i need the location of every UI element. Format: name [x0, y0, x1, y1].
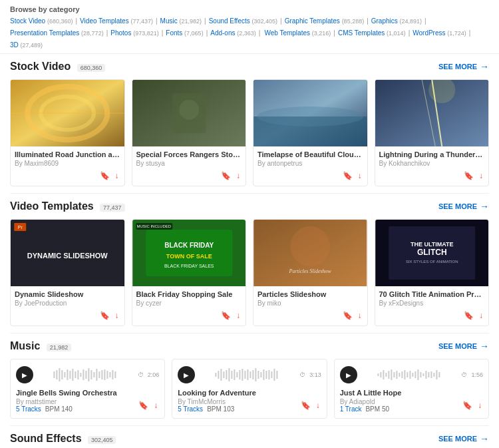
cat-photos[interactable]: Photos (973,821) — [110, 28, 158, 39]
music-download-3[interactable]: ↓ — [476, 399, 483, 411]
cat-presentation[interactable]: Presentation Templates (28,772) — [10, 28, 104, 39]
vt-author-3: By miko — [257, 300, 363, 307]
cat-graphics[interactable]: Graphics (24,891) — [371, 16, 422, 27]
music-header: Music 21,982 SEE MORE → — [10, 340, 489, 352]
vt-title-2: Black Friday Shopping Sale — [136, 290, 242, 298]
play-button-1[interactable]: ▶ — [16, 366, 33, 383]
stock-video-title-4: Lightning During a Thunderstorm — [379, 150, 485, 158]
svg-rect-97 — [417, 369, 418, 380]
music-tracks-link-3[interactable]: 1 Track — [340, 405, 362, 413]
music-author-1: By mattstimer — [16, 398, 73, 405]
vt-bookmark-3[interactable]: 🔖 — [341, 310, 354, 322]
bookmark-button-1[interactable]: 🔖 — [98, 170, 111, 182]
stock-video-grid: Illuminated Road Junction and C... By Ma… — [10, 79, 489, 186]
music-bookmark-1[interactable]: 🔖 — [137, 399, 150, 411]
vt-download-4[interactable]: ↓ — [478, 310, 484, 322]
svg-rect-61 — [224, 371, 225, 378]
stock-video-thumb-1[interactable] — [11, 80, 124, 146]
cat-3d[interactable]: 3D (27,489) — [10, 40, 43, 51]
vt-download-1[interactable]: ↓ — [114, 310, 120, 322]
music-tracks-link-1[interactable]: 5 Tracks — [16, 405, 41, 413]
vt-actions-4: 🔖 ↓ — [379, 310, 485, 322]
svg-rect-99 — [422, 373, 424, 376]
music-tracks-bpm-3: 1 Track BPM 50 — [340, 405, 389, 413]
music-bookmark-2[interactable]: 🔖 — [299, 399, 312, 411]
svg-rect-66 — [237, 372, 238, 377]
vt-card-3: Particles Slideshow Particles Slideshow … — [253, 219, 368, 326]
svg-rect-67 — [240, 370, 241, 379]
cat-graphic-templates[interactable]: Graphic Templates (85,288) — [285, 16, 365, 27]
stock-video-title-group: Stock Video 680,360 — [10, 61, 105, 73]
browse-header: Browse by category Stock Video (680,360)… — [0, 0, 499, 54]
music-clock-3: ⏱ — [461, 371, 467, 378]
svg-rect-79 — [271, 371, 273, 378]
video-templates-see-more[interactable]: SEE MORE → — [438, 201, 489, 212]
cat-stock-video[interactable]: Stock Video (680,360) — [10, 16, 73, 27]
vt-thumb-1[interactable]: DYNAMIC SLIDESHOW Pr — [11, 220, 124, 286]
video-templates-badge: 77,437 — [100, 204, 125, 212]
stock-video-see-more[interactable]: SEE MORE → — [438, 61, 489, 72]
music-title-3: Just A Little Hope — [340, 389, 483, 397]
thumb-graphic-2 — [132, 80, 246, 146]
stock-video-thumb-2[interactable] — [132, 80, 246, 146]
play-button-2[interactable]: ▶ — [178, 366, 195, 383]
cat-web-templates[interactable]: Web Templates (3,216) — [264, 28, 331, 39]
music-tracks-bpm-2: 5 Tracks BPM 103 — [178, 405, 234, 413]
music-bookmark-3[interactable]: 🔖 — [461, 399, 474, 411]
vt-bookmark-4[interactable]: 🔖 — [462, 310, 475, 322]
svg-rect-43 — [77, 370, 79, 379]
music-duration-3: 1:56 — [471, 371, 483, 378]
cat-music[interactable]: Music (21,982) — [160, 16, 202, 27]
svg-rect-96 — [415, 371, 416, 378]
download-button-2[interactable]: ↓ — [235, 170, 242, 182]
svg-rect-100 — [425, 371, 426, 379]
music-left-3: By Adiapold 1 Track BPM 50 — [340, 398, 389, 413]
cat-cms-templates[interactable]: CMS Templates (1,014) — [338, 28, 406, 39]
stock-video-author-1: By Maxim8609 — [15, 160, 120, 167]
sound-effects-arrow: → — [480, 433, 489, 444]
sound-effects-section: Sound Effects 302,405 SEE MORE → ▶ ⏱ 1: — [0, 426, 499, 448]
vt-download-2[interactable]: ↓ — [235, 310, 242, 322]
stock-video-thumb-3[interactable] — [253, 80, 367, 146]
thumb-graphic-1 — [11, 80, 124, 146]
download-button-1[interactable]: ↓ — [114, 170, 120, 182]
stock-video-title-3: Timelapse of Beautiful Cloudy Sk... — [257, 150, 363, 158]
music-see-more[interactable]: SEE MORE → — [438, 341, 489, 351]
thumb-graphic-3 — [253, 80, 367, 146]
download-button-3[interactable]: ↓ — [357, 170, 363, 182]
bookmark-button-3[interactable]: 🔖 — [341, 170, 354, 182]
music-download-2[interactable]: ↓ — [315, 399, 321, 411]
cat-sound-effects[interactable]: Sound Effects (302,405) — [209, 16, 277, 27]
cat-addons[interactable]: Add-ons (2,363) — [210, 28, 256, 39]
stock-video-card-1: Illuminated Road Junction and C... By Ma… — [10, 79, 125, 186]
svg-rect-45 — [83, 369, 84, 380]
vt-author-1: By JoeProduction — [15, 300, 120, 307]
music-tracks-link-2[interactable]: 5 Tracks — [178, 405, 203, 413]
svg-rect-63 — [229, 368, 230, 381]
vt-bookmark-1[interactable]: 🔖 — [98, 310, 111, 322]
stock-video-thumb-4[interactable] — [375, 80, 489, 146]
vt-thumb-2[interactable]: BLACK FRIDAY TOWN OF SALE BLACK FRIDAY S… — [132, 220, 246, 286]
svg-rect-86 — [388, 371, 389, 379]
waveform-2 — [199, 365, 295, 385]
vt-thumb-3[interactable]: Particles Slideshow — [253, 220, 367, 286]
sound-effects-see-more[interactable]: SEE MORE → — [438, 433, 489, 444]
svg-rect-42 — [75, 371, 76, 378]
download-button-4[interactable]: ↓ — [478, 170, 484, 182]
svg-text:MUSIC INCLUDED: MUSIC INCLUDED — [136, 224, 171, 228]
svg-rect-50 — [96, 369, 97, 381]
sound-effects-title-group: Sound Effects 302,405 — [10, 433, 116, 445]
vt-download-3[interactable]: ↓ — [357, 310, 363, 322]
cat-video-templates[interactable]: Video Templates (77,437) — [80, 16, 153, 27]
music-bpm-3: BPM 50 — [365, 405, 389, 413]
svg-rect-36 — [59, 368, 60, 381]
vt-thumb-4[interactable]: THE ULTIMATE GLITCH SIX STYLES OF ANIMAT… — [375, 220, 489, 286]
bookmark-button-4[interactable]: 🔖 — [462, 170, 475, 182]
svg-rect-56 — [112, 370, 113, 379]
play-button-3[interactable]: ▶ — [340, 366, 357, 383]
bookmark-button-2[interactable]: 🔖 — [220, 170, 232, 182]
cat-fonts[interactable]: Fonts (7,065) — [166, 28, 203, 39]
music-download-1[interactable]: ↓ — [152, 399, 159, 411]
vt-bookmark-2[interactable]: 🔖 — [220, 310, 232, 322]
cat-wordpress[interactable]: WordPress (1,724) — [413, 28, 466, 39]
